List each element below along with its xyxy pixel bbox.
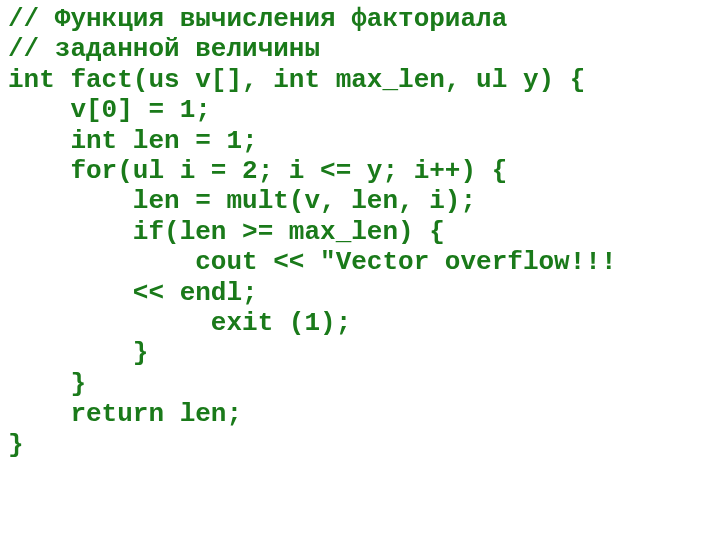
code-block: // Функция вычисления факториала // зада… [0, 0, 720, 464]
